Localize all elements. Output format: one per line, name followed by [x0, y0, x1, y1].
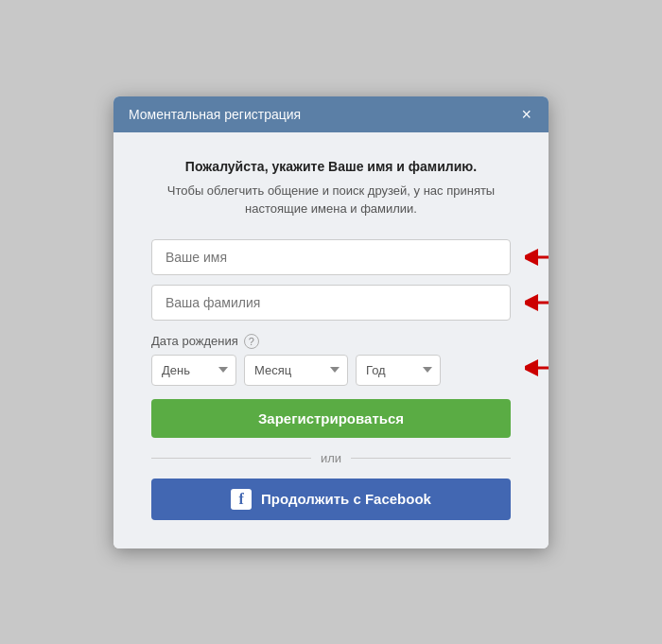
dialog-main-title: Пожалуйста, укажите Ваше имя и фамилию. [151, 159, 511, 174]
dob-label-row: Дата рождения ? [151, 334, 511, 349]
last-name-arrow [525, 291, 549, 314]
day-select[interactable]: День [151, 355, 236, 386]
divider: или [151, 451, 511, 465]
first-name-arrow [525, 246, 549, 269]
dob-arrow [525, 357, 549, 383]
year-select[interactable]: Год [356, 355, 441, 386]
dob-help-icon[interactable]: ? [244, 334, 259, 349]
first-name-group [151, 239, 511, 275]
first-name-input[interactable] [151, 239, 511, 275]
dob-label: Дата рождения [151, 334, 238, 348]
last-name-group [151, 285, 511, 321]
dialog-header: Моментальная регистрация × [113, 96, 549, 132]
dob-selects-container: День Месяц Год [151, 355, 511, 386]
registration-dialog: Моментальная регистрация × Пожалуйста, у… [113, 96, 549, 548]
facebook-icon: f [231, 489, 252, 510]
dob-section: Дата рождения ? День Месяц Год [151, 334, 511, 386]
last-name-input[interactable] [151, 285, 511, 321]
divider-line-left [151, 458, 311, 459]
or-text: или [321, 451, 341, 465]
dialog-subtitle: Чтобы облегчить общение и поиск друзей, … [151, 182, 511, 218]
register-button[interactable]: Зарегистрироваться [151, 399, 511, 438]
dob-selects-row: День Месяц Год [151, 355, 511, 386]
divider-line-right [351, 458, 511, 459]
facebook-button[interactable]: f Продолжить с Facebook [151, 479, 511, 520]
month-select[interactable]: Месяц [244, 355, 348, 386]
dialog-title: Моментальная регистрация [129, 107, 301, 122]
close-button[interactable]: × [519, 106, 533, 123]
facebook-button-label: Продолжить с Facebook [261, 491, 431, 507]
dialog-body: Пожалуйста, укажите Ваше имя и фамилию. … [113, 132, 549, 548]
